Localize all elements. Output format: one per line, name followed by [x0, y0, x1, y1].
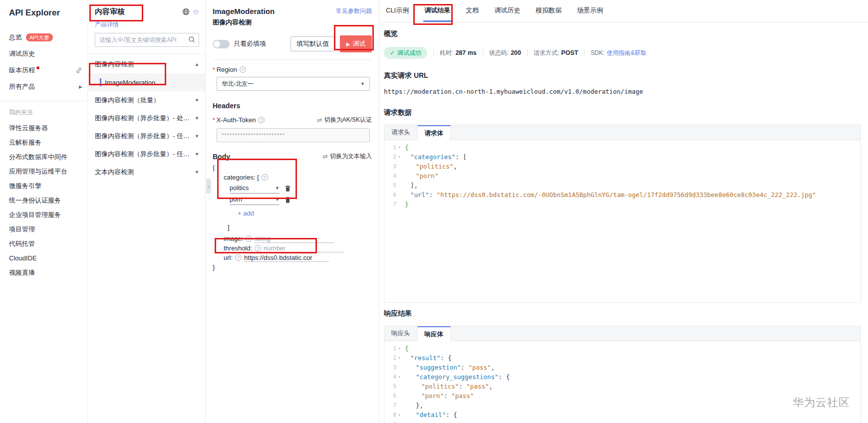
- faq-link[interactable]: 常见参数问题: [336, 7, 372, 15]
- code-line: 6"porn": "pass": [384, 391, 861, 401]
- api-group-item[interactable]: 图像内容检测（批量）▼: [88, 91, 205, 109]
- api-search-input[interactable]: [95, 33, 199, 47]
- help-icon[interactable]: ?: [235, 254, 242, 261]
- link-icon[interactable]: [75, 67, 82, 74]
- trash-icon[interactable]: [285, 197, 291, 204]
- code-line: 2▾"categories": [: [384, 152, 861, 162]
- app: API Explorer 总览 API大赛 调试历史 版本历程 所有产品 ▶: [0, 0, 868, 423]
- fold-icon[interactable]: ▾: [396, 346, 403, 351]
- category-select-politics[interactable]: politics ▼: [230, 183, 280, 194]
- chevron-down-icon: ▼: [195, 116, 199, 121]
- url-input[interactable]: https://dss0.bdstatic.cor: [244, 254, 329, 262]
- trash-icon[interactable]: [285, 185, 291, 192]
- product-detail-link[interactable]: 产品详情: [88, 16, 119, 29]
- response-tab-响应头[interactable]: 响应头: [384, 326, 417, 341]
- api-group-item[interactable]: 图像内容检测（异步批量）- 处理结果...▼: [88, 109, 205, 127]
- help-icon[interactable]: ?: [255, 245, 261, 251]
- sidebar-item-overview[interactable]: 总览 API大赛: [0, 29, 87, 45]
- api-catalog-panel: 内容审核 ☆ 产品详情 图像内容检测▲ImageModeration图像内容检测…: [88, 0, 206, 423]
- tab-调试结果[interactable]: 调试结果: [423, 0, 451, 22]
- region-select[interactable]: 华北-北京一 ▼: [217, 77, 370, 91]
- required-only-toggle[interactable]: [213, 40, 230, 48]
- code-text: },: [403, 402, 423, 409]
- code-text: {: [403, 144, 409, 151]
- chevron-down-icon: ▼: [195, 98, 199, 103]
- panel-collapse-handle[interactable]: ‹: [206, 179, 211, 194]
- line-number: 6: [384, 192, 396, 198]
- sidebar-item-all-products[interactable]: 所有产品 ▶: [0, 78, 87, 95]
- divider: [483, 49, 483, 56]
- sidebar-favorite-item[interactable]: 企业项目管理服务: [9, 208, 87, 222]
- code-text: "politics": "pass",: [403, 383, 493, 390]
- api-group-item[interactable]: 图像内容检测（异步批量）- 任务提交▼: [88, 145, 205, 163]
- open-brace: {: [213, 164, 215, 171]
- sidebar-favorite-item[interactable]: 项目管理: [9, 222, 87, 236]
- tab-文档[interactable]: 文档: [465, 0, 480, 22]
- sidebar-favorite-item[interactable]: 弹性云服务器: [9, 121, 87, 135]
- api-list: 图像内容检测▲ImageModeration图像内容检测（批量）▼图像内容检测（…: [88, 55, 205, 181]
- response-tab-响应体[interactable]: 响应体: [417, 326, 451, 341]
- sidebar-favorite-item[interactable]: 代码托管: [9, 236, 87, 251]
- help-icon[interactable]: ?: [258, 117, 265, 123]
- fold-icon[interactable]: ▾: [396, 356, 403, 360]
- code-line: 3"suggestion": "pass",: [384, 363, 861, 372]
- api-item-label: 图像内容检测（异步批量）- 任务提交: [95, 150, 195, 159]
- globe-icon[interactable]: [182, 8, 190, 15]
- region-value: 华北-北京一: [222, 80, 360, 88]
- sidebar-favorite-item[interactable]: 应用管理与运维平台: [9, 164, 87, 179]
- status-code-value: 200: [511, 49, 521, 56]
- fill-defaults-button[interactable]: 填写默认值: [290, 36, 335, 51]
- method-label: 请求方式:: [534, 49, 559, 56]
- sidebar-item-debug-history[interactable]: 调试历史: [0, 45, 87, 62]
- api-list-item[interactable]: ImageModeration: [88, 73, 205, 91]
- api-item-label: 图像内容检测（异步批量）- 处理结果...: [95, 114, 195, 123]
- tab-调试历史[interactable]: 调试历史: [493, 0, 521, 22]
- arrow-right-icon: ▶: [79, 84, 82, 89]
- tab-场景示例[interactable]: 场景示例: [576, 0, 604, 22]
- category-select-porn[interactable]: porn ▼: [230, 195, 280, 205]
- request-tab-请求头[interactable]: 请求头: [384, 125, 417, 140]
- api-item-label: ImageModeration: [105, 79, 199, 86]
- threshold-input[interactable]: number: [264, 244, 343, 252]
- sidebar-favorite-item[interactable]: 视频直播: [9, 265, 87, 280]
- code-text: "detail": {: [403, 411, 457, 419]
- help-icon[interactable]: ?: [246, 235, 252, 242]
- sidebar-favorite-item[interactable]: 云解析服务: [9, 135, 87, 150]
- api-group-item[interactable]: 图像内容检测▲: [88, 55, 205, 73]
- api-item-label: 文本内容检测: [95, 168, 195, 177]
- tab-CLI示例[interactable]: CLI示例: [385, 0, 410, 22]
- request-tab-请求体[interactable]: 请求体: [417, 125, 451, 140]
- api-group-item[interactable]: 图像内容检测（异步批量）- 任务列表...▼: [88, 127, 205, 145]
- api-group-item[interactable]: 文本内容检测▼: [88, 163, 205, 181]
- favorite-star-icon[interactable]: ☆: [193, 8, 199, 15]
- image-input[interactable]: string: [255, 235, 334, 243]
- chevron-down-icon: ▼: [360, 81, 365, 86]
- url-label: url:: [224, 254, 233, 261]
- sidebar-favorite-item[interactable]: 分布式数据库中间件: [9, 150, 87, 164]
- fold-icon[interactable]: ▾: [396, 145, 403, 150]
- sidebar-item-label: 总览: [9, 33, 22, 42]
- help-icon[interactable]: ?: [240, 66, 246, 73]
- fold-icon[interactable]: ▾: [396, 375, 403, 379]
- code-text: "porn": "pass": [403, 392, 474, 400]
- search-icon[interactable]: [188, 36, 196, 45]
- code-text: "suggestion": "pass",: [403, 364, 495, 371]
- sidebar-favorite-item[interactable]: 统一身份认证服务: [9, 193, 87, 208]
- fold-icon[interactable]: ▾: [396, 413, 403, 417]
- add-category-button[interactable]: + add: [238, 210, 254, 217]
- body-switch-link[interactable]: 切换为文本输入: [330, 152, 372, 161]
- sidebar-favorite-item[interactable]: 微服务引擎: [9, 179, 87, 193]
- debug-button[interactable]: ▶ 调试: [340, 35, 372, 52]
- code-line: 5"politics": "pass",: [384, 382, 861, 391]
- code-text: "politics",: [403, 163, 457, 170]
- sidebar-favorite-item[interactable]: CloudIDE: [9, 251, 87, 265]
- fold-icon[interactable]: ▾: [396, 155, 403, 159]
- tab-模拟数据[interactable]: 模拟数据: [535, 0, 563, 22]
- auth-switch-link[interactable]: 切换为AK/SK认证: [324, 116, 372, 124]
- sdk-guide-link[interactable]: 使用指南&获取: [606, 49, 646, 56]
- chevron-down-icon: ▼: [195, 170, 199, 175]
- sidebar-item-version-history[interactable]: 版本历程: [0, 62, 87, 78]
- code-line: 8▾"detail": {: [384, 410, 861, 420]
- auth-token-input[interactable]: ************************: [217, 128, 370, 142]
- help-icon[interactable]: ?: [262, 174, 268, 181]
